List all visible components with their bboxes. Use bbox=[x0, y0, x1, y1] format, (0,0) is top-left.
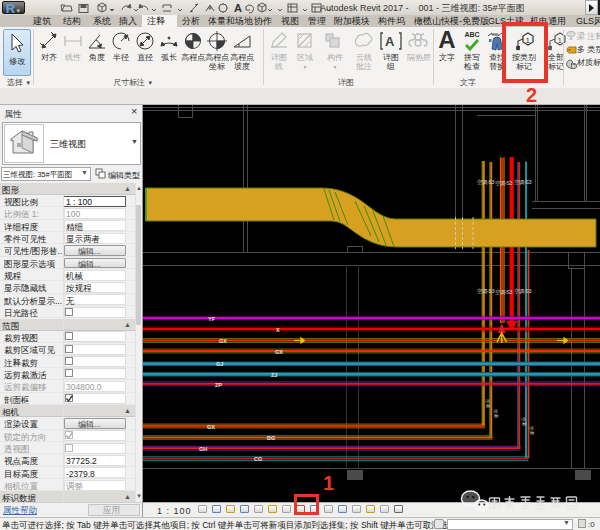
svg-text:DG: DG bbox=[267, 435, 275, 441]
svg-text:A: A bbox=[234, 2, 242, 14]
svg-text:空调-S3: 空调-S3 bbox=[477, 288, 495, 295]
svg-text:空调: 空调 bbox=[493, 409, 499, 418]
svg-text:GH: GH bbox=[199, 446, 207, 452]
svg-text:空调-S3: 空调-S3 bbox=[495, 180, 513, 187]
svg-text:YF: YF bbox=[208, 316, 216, 322]
svg-text:空调-S3: 空调-S3 bbox=[514, 179, 532, 186]
svg-text:ZP: ZP bbox=[215, 382, 222, 388]
svg-text:X: X bbox=[276, 327, 280, 333]
svg-text:A: A bbox=[385, 34, 395, 49]
svg-text:空调: 空调 bbox=[521, 417, 527, 426]
svg-text:CG: CG bbox=[254, 456, 262, 462]
svg-text:GX: GX bbox=[275, 349, 283, 355]
svg-text:GX: GX bbox=[219, 338, 227, 344]
svg-text:?: ? bbox=[573, 63, 576, 69]
svg-text:1: 1 bbox=[558, 36, 563, 45]
svg-text:空调: 空调 bbox=[485, 399, 491, 408]
svg-text:空调-S3: 空调-S3 bbox=[514, 288, 532, 295]
svg-text:空调-S3: 空调-S3 bbox=[477, 179, 495, 186]
svg-text:GJ: GJ bbox=[216, 361, 223, 367]
svg-text:GX: GX bbox=[207, 424, 215, 430]
svg-text:空调-S3: 空调-S3 bbox=[495, 289, 513, 296]
svg-text:空调: 空调 bbox=[529, 426, 535, 435]
svg-text:ZJ: ZJ bbox=[271, 372, 277, 378]
